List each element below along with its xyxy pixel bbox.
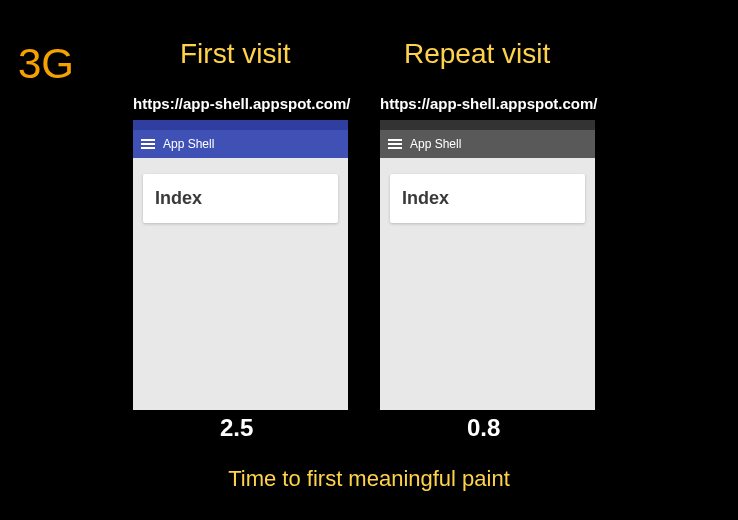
- hamburger-icon[interactable]: [388, 139, 402, 149]
- app-bar: App Shell: [380, 130, 595, 158]
- time-first-visit: 2.5: [220, 414, 253, 442]
- card-title: Index: [155, 188, 326, 209]
- heading-first-visit: First visit: [180, 38, 290, 70]
- metric-label: Time to first meaningful paint: [0, 466, 738, 492]
- phone-screenshot-repeat: App Shell Index: [380, 120, 595, 410]
- app-title: App Shell: [410, 137, 461, 151]
- content-area: Index: [133, 158, 348, 239]
- status-bar: [380, 120, 595, 130]
- heading-repeat-visit: Repeat visit: [404, 38, 550, 70]
- content-card: Index: [143, 174, 338, 223]
- url-repeat-visit: https://app-shell.appspot.com/: [380, 95, 598, 112]
- hamburger-icon[interactable]: [141, 139, 155, 149]
- network-badge: 3G: [18, 40, 74, 88]
- card-title: Index: [402, 188, 573, 209]
- app-bar: App Shell: [133, 130, 348, 158]
- time-repeat-visit: 0.8: [467, 414, 500, 442]
- url-first-visit: https://app-shell.appspot.com/: [133, 95, 351, 112]
- app-title: App Shell: [163, 137, 214, 151]
- content-area: Index: [380, 158, 595, 239]
- phone-screenshot-first: App Shell Index: [133, 120, 348, 410]
- status-bar: [133, 120, 348, 130]
- content-card: Index: [390, 174, 585, 223]
